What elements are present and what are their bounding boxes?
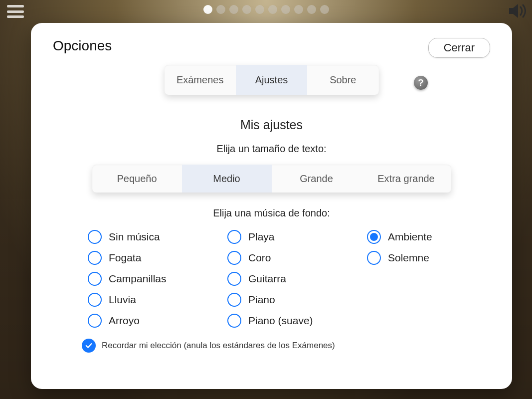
text-size-bar: PequeñoMedioGrandeExtra grande — [92, 165, 451, 193]
music-option[interactable]: Sin música — [88, 230, 227, 244]
radio-icon[interactable] — [227, 272, 241, 286]
music-option-label: Piano (suave) — [248, 315, 313, 327]
music-prompt: Elija una música de fondo: — [53, 207, 490, 219]
progress-dot[interactable] — [281, 5, 290, 14]
text-size-prompt: Elija un tamaño de texto: — [53, 143, 490, 155]
text-size-option[interactable]: Medio — [182, 165, 272, 193]
music-option-label: Fogata — [109, 252, 141, 264]
hamburger-menu-icon[interactable] — [7, 5, 24, 18]
music-option[interactable]: Solemne — [367, 251, 487, 265]
progress-dot[interactable] — [320, 5, 329, 14]
progress-dot[interactable] — [216, 5, 225, 14]
music-option-label: Coro — [248, 252, 271, 264]
progress-dot[interactable] — [307, 5, 316, 14]
music-option-label: Sin música — [109, 231, 160, 243]
music-option-label: Ambiente — [388, 231, 432, 243]
radio-icon[interactable] — [88, 293, 102, 307]
music-options-grid: Sin músicaPlayaAmbienteFogataCoroSolemne… — [88, 230, 490, 328]
progress-dot[interactable] — [294, 5, 303, 14]
progress-dots — [203, 5, 329, 14]
speaker-icon[interactable] — [507, 2, 529, 20]
tab-ajustes[interactable]: Ajustes — [236, 65, 307, 95]
text-size-option[interactable]: Pequeño — [92, 165, 182, 193]
progress-dot[interactable] — [268, 5, 277, 14]
tab-sobre[interactable]: Sobre — [307, 65, 378, 95]
music-option[interactable]: Fogata — [88, 251, 227, 265]
music-option-label: Playa — [248, 231, 275, 243]
music-option-label: Arroyo — [109, 315, 140, 327]
music-option-label: Campanillas — [109, 273, 167, 285]
settings-section-title: Mis ajustes — [53, 118, 490, 132]
progress-dot[interactable] — [255, 5, 264, 14]
radio-icon[interactable] — [88, 230, 102, 244]
tab-exámenes[interactable]: Exámenes — [165, 65, 236, 95]
radio-icon[interactable] — [88, 272, 102, 286]
music-option[interactable]: Arroyo — [88, 314, 227, 328]
music-option[interactable]: Piano (suave) — [227, 314, 367, 328]
remember-checkbox[interactable] — [82, 339, 96, 353]
radio-icon[interactable] — [227, 293, 241, 307]
music-option[interactable]: Playa — [227, 230, 367, 244]
radio-icon[interactable] — [88, 314, 102, 328]
modal-title: Opciones — [53, 38, 112, 54]
music-option[interactable]: Campanillas — [88, 272, 227, 286]
progress-dot[interactable] — [242, 5, 251, 14]
text-size-option[interactable]: Grande — [272, 165, 361, 193]
music-option[interactable]: Ambiente — [367, 230, 487, 244]
music-option[interactable]: Piano — [227, 293, 367, 307]
progress-dot[interactable] — [203, 5, 212, 14]
tab-bar: ExámenesAjustesSobre — [165, 65, 379, 95]
text-size-option[interactable]: Extra grande — [361, 165, 451, 193]
help-icon[interactable]: ? — [414, 76, 428, 90]
music-option[interactable]: Guitarra — [227, 272, 367, 286]
app-background: Opciones Cerrar ExámenesAjustesSobre ? M… — [0, 0, 532, 399]
radio-icon[interactable] — [227, 251, 241, 265]
music-option-label: Guitarra — [248, 273, 286, 285]
music-option-label: Lluvia — [109, 294, 136, 306]
options-modal: Opciones Cerrar ExámenesAjustesSobre ? M… — [31, 23, 512, 389]
progress-dot[interactable] — [229, 5, 238, 14]
remember-choice-row[interactable]: Recordar mi elección (anula los estándar… — [82, 339, 490, 353]
modal-header: Opciones Cerrar — [53, 38, 490, 58]
radio-icon[interactable] — [367, 230, 381, 244]
radio-icon[interactable] — [88, 251, 102, 265]
music-option[interactable]: Coro — [227, 251, 367, 265]
radio-icon[interactable] — [367, 251, 381, 265]
radio-icon[interactable] — [227, 314, 241, 328]
radio-icon[interactable] — [227, 230, 241, 244]
remember-label: Recordar mi elección (anula los estándar… — [102, 341, 335, 351]
music-option-label: Solemne — [388, 252, 429, 264]
close-button[interactable]: Cerrar — [428, 38, 490, 58]
music-option-label: Piano — [248, 294, 275, 306]
music-option[interactable]: Lluvia — [88, 293, 227, 307]
